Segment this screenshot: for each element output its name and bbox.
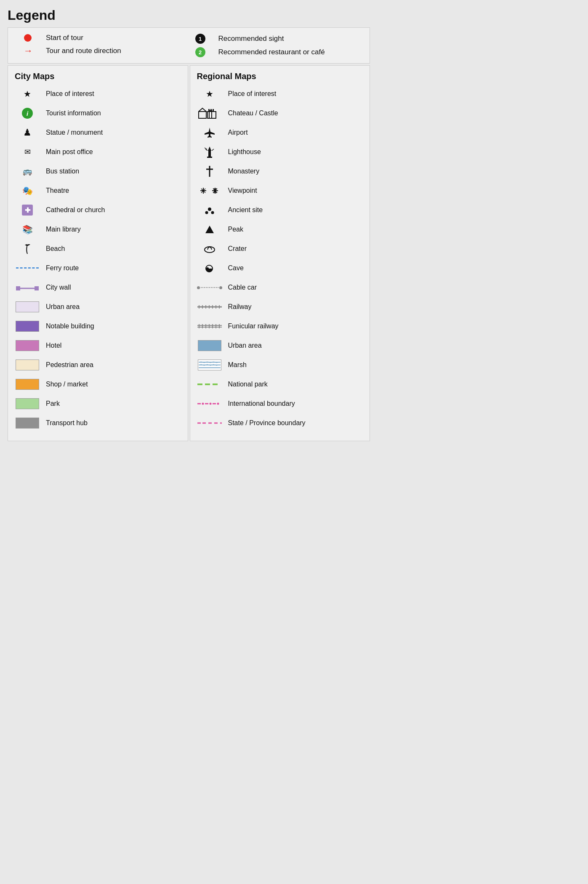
svg-point-32 — [205, 247, 215, 253]
city-shop-label: Shop / market — [46, 381, 88, 388]
city-hotel-label: Hotel — [46, 342, 61, 349]
city-wall-icon — [15, 285, 40, 290]
city-post-office: ✉ Main post office — [15, 144, 181, 160]
reg-urban-swatch-icon — [197, 340, 222, 351]
reg-funicular-label: Funicular railway — [228, 322, 279, 330]
legend-container: Legend Start of tour → Tour and route di… — [8, 8, 370, 441]
hotel-swatch-icon — [15, 340, 40, 351]
pedestrian-swatch-icon — [15, 359, 40, 370]
reg-cave: Cave — [197, 261, 363, 276]
reg-star-icon: ★ — [197, 89, 222, 99]
svg-marker-31 — [205, 226, 214, 233]
reg-cablecar-label: Cable car — [228, 284, 257, 291]
city-place-interest: ★ Place of interest — [15, 86, 181, 101]
city-statue: ♟ Statue / monument — [15, 125, 181, 140]
statue-icon: ♟ — [15, 127, 40, 138]
funicular-icon — [197, 323, 222, 329]
city-ferry: Ferry route — [15, 261, 181, 276]
reg-marsh-label: Marsh — [228, 361, 247, 369]
regional-maps-title: Regional Maps — [197, 72, 363, 81]
reg-crater: Crater — [197, 241, 363, 256]
svg-rect-0 — [16, 286, 20, 290]
railway-icon — [197, 304, 222, 310]
ferry-icon — [15, 267, 40, 269]
city-church-label: Cathedral or church — [46, 206, 105, 214]
city-pedestrian-label: Pedestrian area — [46, 361, 93, 369]
city-church: ✚ Cathedral or church — [15, 202, 181, 218]
city-urban-label: Urban area — [46, 303, 80, 311]
svg-line-13 — [212, 149, 214, 151]
city-theatre-label: Theatre — [46, 187, 69, 194]
national-park-icon — [197, 382, 222, 386]
city-transport-label: Transport hub — [46, 419, 88, 427]
city-shop: Shop / market — [15, 377, 181, 392]
castle-icon — [197, 107, 222, 119]
reg-peak: Peak — [197, 222, 363, 237]
city-pedestrian: Pedestrian area — [15, 357, 181, 373]
recommended-restaurant-row: 2 Recommended restaurant or café — [189, 47, 362, 57]
reg-castle: Chateau / Castle — [197, 106, 363, 121]
city-maps-section: City Maps ★ Place of interest i Tourist … — [8, 65, 188, 441]
reg-castle-label: Chateau / Castle — [228, 109, 278, 117]
recommended-sight-label: Recommended sight — [218, 35, 284, 43]
transport-swatch-icon — [15, 418, 40, 429]
reg-cave-label: Cave — [228, 264, 244, 272]
crater-icon — [197, 244, 222, 253]
city-place-interest-label: Place of interest — [46, 90, 94, 98]
svg-marker-10 — [208, 146, 211, 151]
reg-monastery: Monastery — [197, 164, 363, 179]
reg-national-park: National park — [197, 377, 363, 392]
state-boundary-icon — [197, 421, 222, 425]
red-dot-icon — [16, 34, 39, 42]
reg-airport-label: Airport — [228, 129, 248, 136]
top-section: Start of tour → Tour and route direction… — [8, 27, 370, 64]
park-swatch-icon — [15, 398, 40, 409]
svg-rect-11 — [208, 151, 211, 157]
urban-swatch-icon — [15, 301, 40, 312]
reg-cablecar: Cable car — [197, 280, 363, 295]
svg-point-62 — [209, 403, 211, 405]
peak-icon — [197, 225, 222, 234]
city-theatre: 🎭 Theatre — [15, 183, 181, 198]
city-statue-label: Statue / monument — [46, 129, 103, 136]
city-park-label: Park — [46, 400, 60, 407]
reg-lighthouse: Lighthouse — [197, 144, 363, 160]
reg-state-boundary-label: State / Province boundary — [228, 419, 306, 427]
recommended-sight-row: 1 Recommended sight — [189, 34, 362, 44]
cablecar-icon — [197, 286, 222, 289]
reg-railway-label: Railway — [228, 303, 252, 311]
beach-icon — [15, 243, 40, 255]
main-section: City Maps ★ Place of interest i Tourist … — [8, 65, 370, 441]
tour-direction-label: Tour and route direction — [46, 47, 121, 55]
start-of-tour-row: Start of tour — [16, 34, 189, 42]
svg-rect-3 — [199, 112, 206, 118]
city-library: 📚 Main library — [15, 222, 181, 237]
notable-swatch-icon — [15, 321, 40, 332]
reg-crater-label: Crater — [228, 245, 247, 253]
reg-viewpoint: Viewpoint — [197, 183, 363, 198]
library-icon: 📚 — [15, 224, 40, 234]
tour-direction-row: → Tour and route direction — [16, 45, 189, 56]
city-wall-label: City wall — [46, 284, 71, 291]
reg-viewpoint-label: Viewpoint — [228, 187, 257, 194]
city-tourist-info: i Tourist information — [15, 106, 181, 121]
svg-point-29 — [205, 211, 208, 214]
city-park: Park — [15, 396, 181, 411]
reg-urban: Urban area — [197, 338, 363, 353]
tourist-info-icon: i — [15, 108, 40, 119]
reg-monastery-label: Monastery — [228, 168, 260, 175]
reg-marsh: Marsh — [197, 357, 363, 373]
reg-railway: Railway — [197, 299, 363, 314]
reg-national-park-label: National park — [228, 381, 268, 388]
svg-point-30 — [211, 211, 214, 214]
legend-title: Legend — [8, 8, 370, 23]
reg-ancient-label: Ancient site — [228, 206, 263, 214]
reg-state-boundary: State / Province boundary — [197, 415, 363, 431]
reg-urban-label: Urban area — [228, 342, 262, 349]
svg-marker-4 — [199, 108, 206, 112]
bus-icon: 🚌 — [15, 167, 40, 176]
num1-icon: 1 — [189, 34, 212, 44]
city-tourist-label: Tourist information — [46, 109, 101, 117]
city-star-icon: ★ — [15, 89, 40, 99]
viewpoint-icon — [197, 186, 222, 195]
